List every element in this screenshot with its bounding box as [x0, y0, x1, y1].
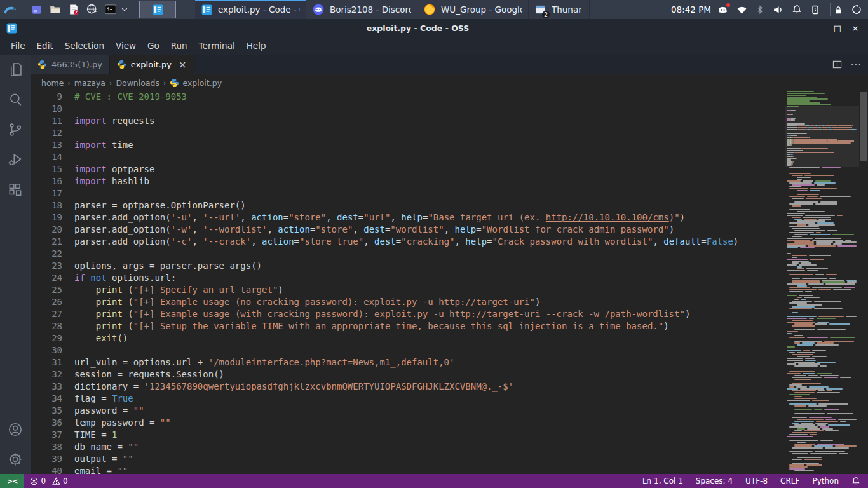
tab-46635(1).py[interactable]: 46635(1).py: [31, 55, 110, 74]
status-right: Ln 1, Col 1Spaces: 4UTF-8CRLFPython: [642, 477, 868, 485]
run-debug-icon[interactable]: [0, 144, 31, 174]
bell-icon[interactable]: [792, 4, 802, 15]
problems-status[interactable]: 0 0: [24, 474, 73, 488]
breadcrumb-item-Downloads[interactable]: Downloads: [116, 78, 159, 88]
taskbar-window-button[interactable]: exploit.py - Code - O...: [195, 0, 306, 19]
lock-icon[interactable]: [834, 5, 843, 15]
search-icon[interactable]: [0, 85, 31, 114]
power-icon[interactable]: [851, 4, 862, 15]
panel-clock[interactable]: 08:42 PM: [671, 4, 711, 15]
code-area[interactable]: 9101112131415161718192021222324252627282…: [31, 91, 785, 474]
bell-icon[interactable]: [851, 477, 860, 485]
code-line: TIME = 1: [74, 429, 785, 441]
status-ln[interactable]: Ln 1, Col 1: [642, 477, 683, 485]
breadcrumb-label: home: [41, 78, 64, 88]
breadcrumb-item-exploit.py[interactable]: exploit.py: [170, 78, 222, 88]
breadcrumb-label: Downloads: [116, 78, 159, 88]
code-line: email = "": [74, 465, 785, 474]
menu-item-file[interactable]: File: [5, 37, 31, 55]
window-count-badge: 2: [542, 11, 550, 18]
settings-gear-icon[interactable]: [0, 444, 31, 474]
file-manager-launcher-icon[interactable]: [46, 1, 64, 18]
line-number: 32: [31, 369, 70, 381]
editor[interactable]: 9101112131415161718192021222324252627282…: [31, 91, 868, 474]
line-number: 9: [31, 91, 70, 103]
source-control-icon[interactable]: [0, 114, 31, 144]
close-icon[interactable]: ×: [179, 59, 187, 71]
code-line: import time: [74, 139, 785, 151]
status-crlf[interactable]: CRLF: [780, 477, 799, 485]
menu-item-go[interactable]: Go: [142, 37, 165, 55]
menu-item-terminal[interactable]: Terminal: [193, 37, 241, 55]
warning-icon: [52, 477, 60, 485]
line-number: 29: [31, 332, 70, 344]
browser-launcher-icon[interactable]: [83, 1, 100, 18]
status-spaces[interactable]: Spaces: 4: [696, 477, 733, 485]
code-line: flag = True: [74, 393, 785, 405]
panel-separator: [24, 3, 24, 16]
terminal-launcher-icon[interactable]: $: [102, 1, 119, 18]
menu-item-view[interactable]: View: [110, 37, 142, 55]
line-number: 19: [31, 212, 70, 224]
close-button[interactable]: ×: [848, 22, 863, 34]
chevron-down-icon[interactable]: [119, 6, 130, 13]
line-number: 37: [31, 429, 70, 441]
vscode-icon: [6, 22, 18, 34]
line-number: 24: [31, 272, 70, 284]
kali-menu-icon[interactable]: [0, 0, 20, 19]
window-controls: –□×: [812, 22, 868, 34]
files-icon[interactable]: [0, 55, 31, 85]
wifi-icon[interactable]: [736, 4, 747, 15]
breadcrumb-item-home[interactable]: home: [41, 78, 64, 88]
more-actions-icon[interactable]: ···: [851, 59, 862, 71]
line-number: 39: [31, 453, 70, 465]
breadcrumb-item-mazaya[interactable]: mazaya: [74, 78, 105, 88]
editor-group: 46635(1).pyexploit.py× ··· home›mazaya›D…: [31, 55, 868, 474]
panel-separator: [830, 3, 831, 16]
taskbar-window-button[interactable]: WU_Group - Google ...: [417, 0, 529, 19]
maximize-button[interactable]: □: [830, 22, 845, 34]
notification-dot: [726, 3, 730, 7]
discord-tray-icon[interactable]: [717, 4, 728, 15]
split-editor-icon[interactable]: [832, 60, 842, 69]
code-line: exit(): [74, 332, 785, 344]
windows-launcher-icon[interactable]: [28, 1, 45, 18]
svg-text:$: $: [107, 6, 109, 11]
titlebar: exploit.py - Code - OSS –□×: [0, 19, 868, 37]
desktop-panel: $ exploit.py - Code - O...Boris2108 - Di…: [0, 0, 868, 19]
menu-item-selection[interactable]: Selection: [59, 37, 110, 55]
line-number: 25: [31, 284, 70, 296]
volume-icon[interactable]: [773, 4, 783, 15]
menu-item-help[interactable]: Help: [241, 37, 272, 55]
battery-icon[interactable]: [810, 4, 820, 15]
remote-indicator[interactable]: ><: [0, 474, 24, 488]
taskbar-window-button[interactable]: Boris2108 - Discord: [306, 0, 417, 19]
account-icon[interactable]: [0, 414, 31, 444]
taskbar-window-button[interactable]: 2Thunar: [529, 0, 590, 19]
panel-launchers: $: [27, 1, 119, 18]
minimize-button[interactable]: –: [812, 22, 827, 34]
line-number: 36: [31, 417, 70, 429]
bluetooth-icon[interactable]: [756, 5, 764, 14]
minimap-viewport[interactable]: [785, 106, 859, 167]
scrollbar-thumb[interactable]: [860, 92, 867, 161]
extensions-icon[interactable]: [0, 174, 31, 204]
status-python[interactable]: Python: [812, 477, 839, 485]
tab-label: 46635(1).py: [51, 60, 102, 69]
scrollbar[interactable]: [859, 91, 868, 474]
line-number: 23: [31, 260, 70, 272]
breadcrumb-separator: ›: [67, 79, 70, 87]
code-oss-launcher[interactable]: [139, 1, 176, 18]
breadcrumb-separator: ›: [109, 79, 112, 87]
menu-item-edit[interactable]: Edit: [31, 37, 59, 55]
menu-item-run[interactable]: Run: [165, 37, 193, 55]
code-line: password = "": [74, 405, 785, 417]
minimap[interactable]: [785, 91, 859, 474]
code-line: parser.add_option('-w', '--wordlist', ac…: [74, 224, 785, 236]
text-editor-launcher-icon[interactable]: [65, 1, 82, 18]
tab-exploit.py[interactable]: exploit.py×: [110, 55, 194, 74]
status-utf8[interactable]: UTF-8: [745, 477, 768, 485]
line-number: 18: [31, 200, 70, 212]
code-line: options, args = parser.parse_args(): [74, 260, 785, 272]
line-number: 28: [31, 320, 70, 332]
